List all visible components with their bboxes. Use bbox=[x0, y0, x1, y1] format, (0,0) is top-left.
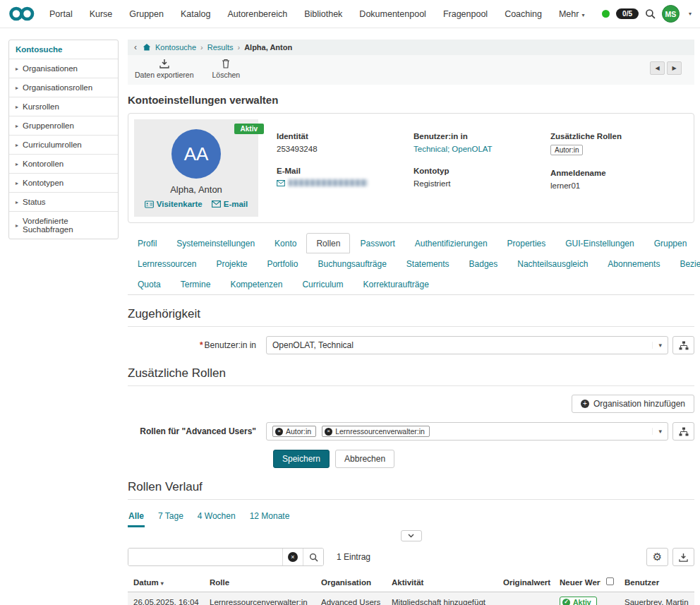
tab-systemeinstellungen[interactable]: Systemeinstellungen bbox=[167, 233, 265, 253]
next-record-button[interactable]: ▶ bbox=[667, 61, 682, 75]
visitenkarte-link[interactable]: Visitenkarte bbox=[145, 200, 203, 208]
nav-item-gruppen[interactable]: Gruppen bbox=[121, 9, 172, 19]
column-header-originalwert[interactable]: Originalwert bbox=[497, 573, 554, 592]
column-header-rolle[interactable]: Rolle bbox=[204, 573, 315, 592]
save-button[interactable]: Speichern bbox=[273, 450, 330, 468]
user-menu-caret-icon[interactable]: ▾ bbox=[689, 11, 692, 17]
search-submit-button[interactable] bbox=[303, 549, 323, 565]
tab-badges[interactable]: Badges bbox=[459, 253, 508, 274]
tab-curriculum[interactable]: Curriculum bbox=[292, 274, 353, 294]
tab-lernressourcen[interactable]: Lernressourcen bbox=[128, 253, 206, 274]
nav-item-autorenbereich[interactable]: Autorenbereich bbox=[219, 9, 296, 19]
cancel-button[interactable]: Abbrechen bbox=[335, 450, 394, 468]
tab-konto[interactable]: Konto bbox=[265, 233, 306, 253]
search-icon[interactable] bbox=[645, 8, 656, 19]
nav-item-kurse[interactable]: Kurse bbox=[81, 9, 121, 19]
nav-item-mehr[interactable]: Mehr▾ bbox=[550, 9, 593, 19]
tab-gui-einstellungen[interactable]: GUI-Einstellungen bbox=[555, 233, 644, 253]
sidebar-item-kontorollen[interactable]: ▸Kontorollen bbox=[9, 154, 118, 173]
table-row[interactable]: 26.05.2025, 16:04 Lernressourcenverwalte… bbox=[128, 592, 694, 605]
user-avatar[interactable]: MS bbox=[662, 5, 680, 23]
column-header-aktivitaet[interactable]: Aktivität bbox=[386, 573, 497, 592]
filter-4-wochen[interactable]: 4 Wochen bbox=[197, 508, 236, 527]
member-orgs-links[interactable]: Technical; OpenOLAT bbox=[414, 145, 493, 153]
tab-properties[interactable]: Properties bbox=[497, 233, 556, 253]
nav-item-katalog[interactable]: Katalog bbox=[172, 9, 219, 19]
tab-portfolio[interactable]: Portfolio bbox=[257, 253, 308, 274]
export-data-button[interactable]: Daten exportieren bbox=[135, 59, 193, 79]
sidebar-item-vordefinierte-suchabfragen[interactable]: ▸Vordefinierte Suchabfragen bbox=[9, 211, 118, 239]
tab-kompetenzen[interactable]: Kompetenzen bbox=[220, 274, 292, 294]
breadcrumb-separator: › bbox=[200, 43, 203, 52]
cell-neuer-wert: ✓ Aktiv bbox=[554, 592, 601, 605]
role-tag-autorin[interactable]: ×Autor:in bbox=[272, 426, 316, 437]
clear-search-button[interactable]: × bbox=[282, 549, 303, 565]
select-all-checkbox[interactable] bbox=[606, 577, 614, 585]
tab-authentifizierungen[interactable]: Authentifizierungen bbox=[405, 233, 497, 253]
tab-statements[interactable]: Statements bbox=[397, 253, 459, 274]
tab-nachteilsausgleich[interactable]: Nachteilsausgleich bbox=[507, 253, 598, 274]
home-icon[interactable] bbox=[143, 43, 151, 52]
openolat-logo-icon[interactable] bbox=[8, 6, 35, 22]
email-link[interactable]: E-mail bbox=[212, 200, 248, 208]
tab-rollen[interactable]: Rollen bbox=[306, 233, 350, 253]
sidebar-item-organisationen[interactable]: ▸Organisationen bbox=[9, 59, 118, 78]
filter-7-tage[interactable]: 7 Tage bbox=[157, 508, 184, 527]
tab-quota[interactable]: Quota bbox=[128, 274, 171, 294]
back-chevron-icon[interactable]: ‹ bbox=[134, 42, 137, 52]
table-settings-button[interactable]: ⚙ bbox=[646, 548, 668, 566]
role-tag-lernressourcenverwalterin[interactable]: ×Lernressourcenverwalter:in bbox=[322, 426, 430, 437]
tab-korrekturauftraege[interactable]: Korrekturaufträge bbox=[353, 274, 438, 294]
tab-profil[interactable]: Profil bbox=[128, 233, 167, 253]
column-header-select[interactable] bbox=[601, 573, 619, 592]
tab-buchungsauftraege[interactable]: Buchungsaufträge bbox=[308, 253, 396, 274]
roles-tree-browse-button[interactable] bbox=[672, 422, 694, 441]
breadcrumb-link-kontosuche[interactable]: Kontosuche bbox=[155, 43, 196, 52]
chevron-right-icon: ▸ bbox=[16, 222, 18, 229]
sidebar-item-curriculumrollen[interactable]: ▸Curriculumrollen bbox=[9, 135, 118, 154]
history-search-input[interactable] bbox=[128, 549, 282, 565]
roles-multiselect[interactable]: ×Autor:in ×Lernressourcenverwalter:in ▾ bbox=[266, 422, 668, 441]
column-header-organisation[interactable]: Organisation bbox=[315, 573, 386, 592]
column-header-neuer-wert[interactable]: Neuer Wert bbox=[554, 573, 601, 592]
task-counter-badge[interactable]: 0/5 bbox=[616, 8, 639, 19]
previous-record-button[interactable]: ◀ bbox=[650, 61, 665, 75]
filter-12-monate[interactable]: 12 Monate bbox=[249, 508, 291, 527]
nav-item-bibliothek[interactable]: Bibliothek bbox=[296, 9, 351, 19]
column-header-benutzer[interactable]: Benutzer bbox=[619, 573, 694, 592]
remove-tag-icon[interactable]: × bbox=[325, 428, 332, 436]
org-tree-browse-button[interactable] bbox=[672, 336, 694, 354]
tab-termine[interactable]: Termine bbox=[171, 274, 221, 294]
filter-alle[interactable]: Alle bbox=[128, 508, 145, 527]
sidebar-item-kontotypen[interactable]: ▸Kontotypen bbox=[9, 173, 118, 192]
remove-tag-icon[interactable]: × bbox=[275, 428, 283, 436]
nav-item-dokumentenpool[interactable]: Dokumentenpool bbox=[351, 9, 435, 19]
add-organisation-label: Organisation hinzufügen bbox=[593, 399, 685, 409]
member-label: Benutzer:in in bbox=[414, 132, 550, 140]
identity-value: 253493248 bbox=[277, 145, 414, 153]
sidebar-item-kursrollen[interactable]: ▸Kursrollen bbox=[9, 97, 118, 116]
tab-beziehungen[interactable]: Beziehungen bbox=[670, 253, 700, 274]
collapse-filters-button[interactable] bbox=[401, 530, 422, 541]
tab-gruppen[interactable]: Gruppen bbox=[644, 233, 697, 253]
sidebar-item-status[interactable]: ▸Status bbox=[9, 192, 118, 211]
email-value-link[interactable] bbox=[277, 179, 414, 186]
sidebar-item-gruppenrollen[interactable]: ▸Gruppenrollen bbox=[9, 116, 118, 135]
nav-item-portal[interactable]: Portal bbox=[41, 9, 81, 19]
sidebar-item-organisationsrollen[interactable]: ▸Organisationsrollen bbox=[9, 78, 118, 97]
presence-status-dot bbox=[602, 10, 610, 18]
tab-abonnements[interactable]: Abonnements bbox=[598, 253, 670, 274]
nav-item-coaching[interactable]: Coaching bbox=[496, 9, 550, 19]
extra-roles-heading: Zusätzliche Rollen bbox=[128, 366, 694, 386]
member-orgs-select[interactable]: OpenOLAT, Technical ▾ bbox=[266, 336, 668, 354]
sidebar-item-kontosuche[interactable]: Kontosuche bbox=[9, 40, 118, 59]
breadcrumb-link-results[interactable]: Results bbox=[207, 43, 234, 52]
column-header-datum[interactable]: Datum▾ bbox=[128, 573, 204, 592]
table-download-button[interactable] bbox=[672, 548, 694, 566]
tab-projekte[interactable]: Projekte bbox=[206, 253, 257, 274]
delete-button[interactable]: Löschen bbox=[212, 59, 240, 79]
tab-passwort[interactable]: Passwort bbox=[350, 233, 404, 253]
nav-item-fragenpool[interactable]: Fragenpool bbox=[435, 9, 496, 19]
add-organisation-button[interactable]: + Organisation hinzufügen bbox=[572, 395, 694, 413]
top-navbar: Portal Kurse Gruppen Katalog Autorenbere… bbox=[0, 0, 700, 28]
